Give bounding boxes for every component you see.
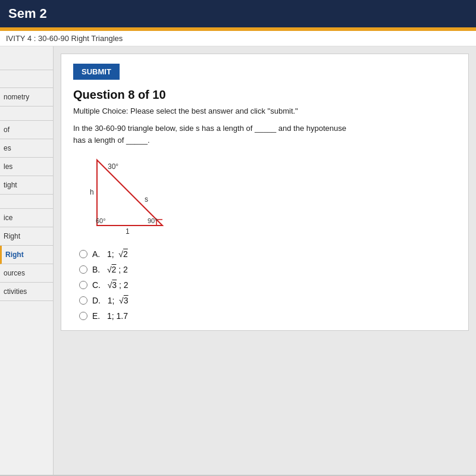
sidebar-item-blank[interactable]: [0, 107, 53, 121]
option-e-label: E. 1; 1.7: [92, 311, 128, 321]
svg-text:h: h: [90, 188, 94, 196]
svg-text:s: s: [145, 195, 148, 203]
option-e[interactable]: E. 1; 1.7: [79, 311, 456, 321]
svg-text:90°: 90°: [148, 217, 158, 224]
option-c-label: C. √3 ; 2: [92, 280, 129, 290]
sidebar-item-1[interactable]: [0, 52, 53, 70]
option-b[interactable]: B. √2 ; 2: [79, 265, 456, 274]
sidebar-item-blank2[interactable]: [0, 195, 53, 209]
option-a[interactable]: A. 1; √2: [79, 249, 456, 259]
answer-choices: A. 1; √2 B. √2 ; 2 C. √3 ; 2: [79, 249, 456, 321]
top-bar: Sem 2: [0, 0, 476, 27]
radio-c[interactable]: [79, 281, 87, 289]
sidebar-item-les[interactable]: les: [0, 158, 53, 176]
option-d-label: D. 1; √3: [92, 296, 129, 305]
svg-text:60°: 60°: [96, 217, 106, 224]
radio-d[interactable]: [79, 296, 87, 305]
svg-marker-0: [97, 160, 162, 226]
radio-a[interactable]: [79, 250, 87, 258]
option-c[interactable]: C. √3 ; 2: [79, 280, 456, 290]
sidebar-item-ources[interactable]: ources: [0, 264, 53, 283]
sidebar-item-of[interactable]: of: [0, 121, 53, 139]
sidebar-item-right1[interactable]: Right: [0, 227, 53, 246]
breadcrumb: IVITY 4 : 30-60-90 Right Triangles: [0, 31, 476, 46]
question-title: Question 8 of 10: [73, 88, 456, 102]
submit-button[interactable]: SUBMIT: [73, 64, 120, 80]
sidebar-item-ctivities[interactable]: ctivities: [0, 283, 53, 301]
sidebar-item-ice[interactable]: ice: [0, 209, 53, 227]
sidebar-item-nometry[interactable]: nometry: [0, 88, 53, 107]
question-line2: has a length of _____.: [73, 136, 150, 145]
radio-b[interactable]: [79, 265, 87, 274]
question-instruction: Multiple Choice: Please select the best …: [73, 107, 456, 115]
sidebar-item-tight[interactable]: tight: [0, 176, 53, 195]
radio-e[interactable]: [79, 312, 87, 320]
sidebar-item-es[interactable]: es: [0, 139, 53, 158]
option-d[interactable]: D. 1; √3: [79, 296, 456, 305]
triangle-container: 30° h s 60° 90° 1: [85, 154, 456, 240]
content-area: SUBMIT Question 8 of 10 Multiple Choice:…: [54, 46, 476, 475]
sidebar-item-right2[interactable]: Right: [0, 246, 53, 264]
svg-text:30°: 30°: [108, 162, 118, 171]
app-title: Sem 2: [8, 6, 47, 21]
option-a-label: A. 1; √2: [92, 249, 128, 259]
svg-text:1: 1: [126, 227, 130, 236]
question-line1: In the 30-60-90 triangle below, side s h…: [73, 124, 346, 133]
sidebar-item-2[interactable]: [0, 70, 53, 88]
option-b-label: B. √2 ; 2: [92, 265, 128, 274]
sidebar: nometry of es les tight ice Right Right …: [0, 46, 54, 475]
question-text: In the 30-60-90 triangle below, side s h…: [73, 123, 456, 146]
content-inner: SUBMIT Question 8 of 10 Multiple Choice:…: [61, 54, 469, 331]
